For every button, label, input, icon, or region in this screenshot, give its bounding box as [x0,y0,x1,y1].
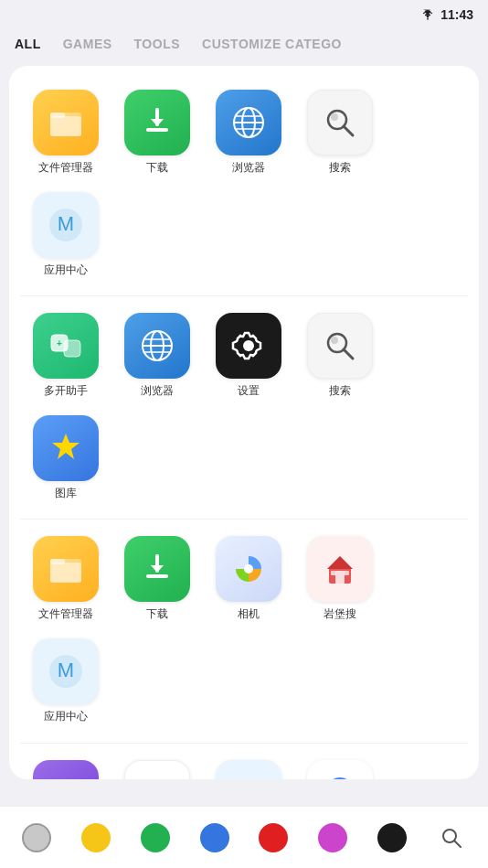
app-label-browser-1: 浏览器 [232,161,265,176]
tab-all[interactable]: ALL [15,37,41,51]
app-icon-download-1 [124,90,190,155]
app-grid-4: Alice [20,751,468,779]
download-icon [139,104,175,141]
appearance-icon [137,773,177,779]
settings-gear-icon [228,326,269,366]
app-label-browser-2: 浏览器 [141,384,174,399]
app-download-2[interactable]: 下载 [111,527,203,629]
svg-line-54 [454,841,461,847]
download-icon2 [139,551,175,587]
app-search-2[interactable]: 搜索 [294,304,386,406]
app-icon-search-1 [307,90,373,155]
app-center-icon2: M [46,651,86,691]
svg-point-29 [331,337,338,344]
app-icon-alice [33,760,99,779]
tab-tools[interactable]: TOOLS [134,37,180,51]
app-browser-2[interactable]: 浏览器 [111,304,203,406]
file-manager-icon2 [47,550,85,588]
main-card: 文件管理器 下载 [9,66,479,779]
app-icon-kk-google [307,760,373,779]
app-label-settings: 设置 [238,384,260,399]
app-icon-download-2 [124,536,190,602]
app-app-center-2[interactable]: M 应用中心 [20,629,111,732]
app-camera[interactable]: 相机 [203,527,294,629]
color-pink[interactable] [318,823,347,852]
app-appearance[interactable]: Appearance [111,751,203,779]
svg-rect-42 [331,571,336,575]
svg-rect-41 [335,571,345,584]
svg-point-15 [331,113,338,121]
app-icons[interactable]: Icons [203,751,294,779]
app-label-search-2: 搜索 [329,384,351,399]
app-grid-3: 文件管理器 下载 [20,527,468,731]
kk-google-icon [320,773,360,779]
divider-1 [20,295,468,296]
svg-rect-4 [146,128,168,132]
app-download-1[interactable]: 下载 [111,80,203,183]
app-label-camera: 相机 [238,607,260,622]
app-label-file-manager-1: 文件管理器 [38,161,93,176]
app-icon-gallery [33,415,99,481]
divider-2 [20,519,468,520]
app-icon-camera [216,536,281,602]
app-label-file-manager-2: 文件管理器 [38,607,93,622]
app-icon-app-center-2: M [33,638,99,704]
search-icon [440,826,463,850]
app-label-app-center-1: 应用中心 [44,263,88,278]
camera-icon [228,549,269,589]
color-silver[interactable] [22,823,51,852]
color-yellow[interactable] [81,823,111,852]
color-red[interactable] [259,823,288,852]
app-rock-search[interactable]: 岩堡搜 [294,527,386,629]
app-gallery[interactable]: 图库 [20,406,111,509]
app-kk-google[interactable]: KK谷歌助手 [294,751,386,779]
multi-open-icon: + [46,326,86,366]
section-4: Alice [20,751,468,779]
app-label-app-center-2: 应用中心 [44,710,88,724]
app-grid-1: 文件管理器 下载 [20,80,468,284]
app-icon-rock-search [307,536,373,602]
status-bar: 11:43 [0,0,488,26]
app-grid-2: + 多开助手 浏览器 [20,304,468,508]
clock: 11:43 [440,7,473,22]
app-icon-browser-2 [124,313,190,379]
search-button[interactable] [437,823,466,852]
color-green[interactable] [141,823,170,852]
app-icon-multi-open: + [33,313,99,379]
app-file-manager-2[interactable]: 文件管理器 [20,527,111,629]
section-1: 文件管理器 下载 [20,80,468,284]
wifi-icon [420,9,435,20]
svg-marker-7 [151,119,164,126]
app-label-search-1: 搜索 [329,161,351,176]
app-search-1[interactable]: 搜索 [294,80,386,183]
app-icon-file-manager-1 [33,90,99,155]
app-settings[interactable]: 设置 [203,304,294,406]
app-multi-open[interactable]: + 多开助手 [20,304,111,406]
app-label-gallery: 图库 [55,487,77,501]
alice-icon [46,773,86,779]
app-browser-1[interactable]: 浏览器 [203,80,294,183]
app-icon-settings [216,313,281,379]
svg-line-28 [344,349,353,359]
app-icon-file-manager-2 [33,536,99,602]
svg-marker-30 [52,434,80,459]
app-label-multi-open: 多开助手 [44,384,88,399]
app-app-center-1[interactable]: M 应用中心 [20,183,111,285]
tab-customize[interactable]: CUSTOMIZE CATEGO [202,37,342,51]
svg-rect-33 [50,559,65,564]
svg-marker-0 [427,16,430,19]
gallery-star-icon [46,428,86,468]
svg-point-26 [243,340,254,351]
color-blue[interactable] [200,823,229,852]
search-icon-app2 [320,326,360,366]
svg-rect-2 [50,116,81,136]
app-center-icon1: M [46,205,86,245]
app-icon-search-2 [307,313,373,379]
app-alice[interactable]: Alice [20,751,111,779]
file-manager-icon [47,103,85,142]
tab-games[interactable]: GAMES [63,37,112,51]
app-file-manager-1[interactable]: 文件管理器 [20,80,111,183]
color-black[interactable] [377,823,407,852]
section-2: + 多开助手 浏览器 [20,304,468,508]
rock-search-icon [320,549,360,589]
